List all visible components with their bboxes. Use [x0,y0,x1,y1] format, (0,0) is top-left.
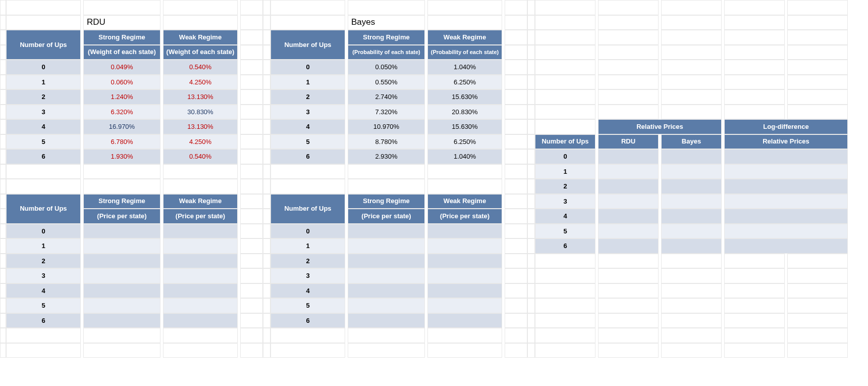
rdu-hdr-weak-sub: (Weight of each state) [163,45,238,60]
rdu-price-row-n: 3 [6,268,81,283]
bayes-price-hdr-num: Number of Ups [270,194,345,224]
bayes-price-cell-weak [427,268,502,283]
rel-row-n: 5 [535,224,595,239]
bayes-price-hdr-strong-sub: (Price per state) [348,209,425,224]
rdu-cell-strong: 1.930% [83,149,160,164]
rdu-price-hdr-weak: Weak Regime [163,194,238,209]
rdu-cell-weak: 13.130% [163,119,238,134]
section-title-rdu: RDU [83,15,160,30]
bayes-price-row-n: 6 [270,313,345,328]
rdu-price-hdr-strong: Strong Regime [83,194,160,209]
bayes-price-cell-strong [348,224,425,239]
rel-cell-relprice [724,224,848,239]
rel-cell-relprice [724,194,848,209]
bayes-price-cell-strong [348,298,425,313]
bayes-hdr-weak: Weak Regime [427,30,502,45]
rdu-price-cell-weak [163,268,238,283]
rel-cell-bayes [661,238,722,254]
rel-cell-bayes [661,224,722,239]
rel-row-n: 1 [535,164,595,179]
rdu-hdr-strong: Strong Regime [83,30,160,45]
rdu-cell-strong: 1.240% [83,89,160,105]
bayes-price-hdr-strong: Strong Regime [348,194,425,209]
rdu-row-n: 3 [6,105,81,120]
rdu-cell-weak: 0.540% [163,60,238,75]
bayes-row-n: 4 [270,119,345,134]
bayes-price-row-n: 3 [270,268,345,283]
rdu-price-cell-strong [83,254,160,269]
rdu-price-cell-strong [83,298,160,313]
relprice-hdr-top: Relative Prices [598,119,722,134]
rdu-price-cell-weak [163,298,238,313]
bayes-cell-strong: 0.050% [348,60,425,75]
bayes-price-cell-strong [348,283,425,299]
rdu-cell-weak: 4.250% [163,134,238,150]
rel-row-n: 0 [535,149,595,164]
rdu-price-hdr-weak-sub: (Price per state) [163,209,238,224]
rel-cell-rdu [598,194,659,209]
rel-cell-bayes [661,209,722,224]
rdu-hdr-strong-sub: (Weight of each state) [83,45,160,60]
rdu-row-n: 5 [6,134,81,150]
rel-cell-rdu [598,149,659,164]
bayes-price-row-n: 5 [270,298,345,313]
rel-cell-rdu [598,238,659,254]
bayes-hdr-number-of-ups: Number of Ups [270,30,345,60]
bayes-cell-weak: 1.040% [427,149,502,164]
rdu-price-row-n: 6 [6,313,81,328]
rel-cell-bayes [661,149,722,164]
bayes-hdr-strong: Strong Regime [348,30,425,45]
rdu-hdr-weak: Weak Regime [163,30,238,45]
rdu-row-n: 1 [6,75,81,90]
rel-cell-relprice [724,149,848,164]
rel-cell-relprice [724,238,848,254]
bayes-price-row-n: 1 [270,238,345,254]
bayes-cell-weak: 1.040% [427,60,502,75]
rel-hdr-bayes: Bayes [661,134,722,150]
rdu-price-hdr-strong-sub: (Price per state) [83,209,160,224]
rdu-cell-weak: 0.540% [163,149,238,164]
rel-hdr-number-of-ups: Number of Ups [535,134,595,150]
rdu-price-cell-weak [163,313,238,328]
bayes-price-cell-strong [348,268,425,283]
bayes-price-cell-weak [427,254,502,269]
bayes-cell-strong: 7.320% [348,105,425,120]
bayes-hdr-strong-sub: (Probability of each state) [348,45,425,60]
section-title-bayes: Bayes [348,15,425,30]
rdu-row-n: 6 [6,149,81,164]
bayes-row-n: 5 [270,134,345,150]
rel-cell-rdu [598,179,659,194]
rdu-price-row-n: 1 [6,238,81,254]
bayes-price-hdr-weak-sub: (Price per state) [427,209,502,224]
bayes-row-n: 0 [270,60,345,75]
bayes-cell-weak: 6.250% [427,75,502,90]
rdu-row-n: 0 [6,60,81,75]
bayes-hdr-weak-sub: (Probability of each state) [427,45,502,60]
bayes-cell-strong: 0.550% [348,75,425,90]
rel-cell-relprice [724,209,848,224]
rdu-cell-strong: 0.060% [83,75,160,90]
rdu-cell-strong: 6.320% [83,105,160,120]
rel-cell-rdu [598,209,659,224]
bayes-price-cell-strong [348,254,425,269]
rdu-hdr-number-of-ups: Number of Ups [6,30,81,60]
rel-hdr-rdu: RDU [598,134,659,150]
bayes-price-cell-strong [348,238,425,254]
rel-cell-bayes [661,179,722,194]
rdu-cell-weak: 30.830% [163,105,238,120]
bayes-row-n: 1 [270,75,345,90]
bayes-cell-weak: 6.250% [427,134,502,150]
rdu-price-row-n: 4 [6,283,81,299]
rel-row-n: 6 [535,238,595,254]
rdu-price-cell-strong [83,224,160,239]
rel-row-n: 3 [535,194,595,209]
rdu-row-n: 4 [6,119,81,134]
rel-cell-relprice [724,179,848,194]
logdiff-hdr: Log-difference [724,119,848,134]
rel-cell-rdu [598,224,659,239]
bayes-cell-strong: 2.930% [348,149,425,164]
bayes-price-row-n: 4 [270,283,345,299]
rdu-cell-strong: 6.780% [83,134,160,150]
rdu-price-cell-weak [163,254,238,269]
bayes-cell-strong: 2.740% [348,89,425,105]
